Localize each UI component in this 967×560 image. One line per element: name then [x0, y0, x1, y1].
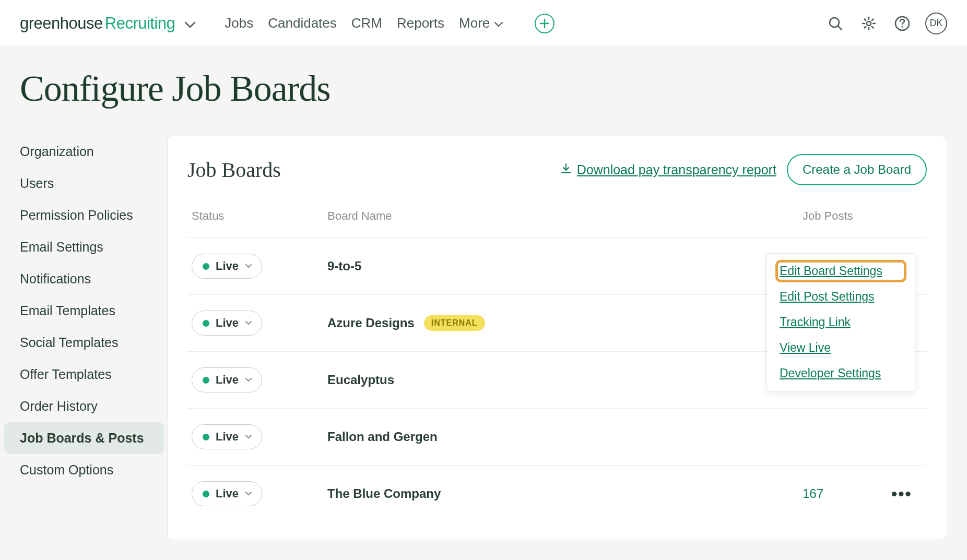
- more-actions-icon[interactable]: •••: [891, 484, 912, 503]
- board-name[interactable]: 9-to-5: [327, 259, 803, 273]
- logo-brand: greenhouse: [20, 14, 103, 33]
- sidebar-item[interactable]: Social Templates: [4, 327, 167, 359]
- logo-product: Recruiting: [105, 14, 175, 33]
- dropdown-item[interactable]: Tracking Link: [780, 315, 902, 329]
- sidebar-item[interactable]: Notifications: [4, 263, 167, 295]
- panel-header: Job Boards Download pay transparency rep…: [187, 154, 927, 185]
- nav-more-label: More: [459, 15, 490, 31]
- nav-reports[interactable]: Reports: [397, 15, 444, 31]
- nav-crm[interactable]: CRM: [351, 15, 382, 31]
- sidebar-item[interactable]: Order History: [4, 390, 167, 422]
- chevron-down-icon: [245, 489, 252, 498]
- search-icon[interactable]: [825, 13, 846, 34]
- create-job-board-button[interactable]: Create a Job Board: [787, 154, 927, 185]
- status-dot-icon: [203, 434, 209, 440]
- panel-actions: Download pay transparency report Create …: [560, 154, 927, 185]
- sidebar-item[interactable]: Offer Templates: [4, 359, 167, 390]
- top-nav: greenhouse Recruiting Jobs Candidates CR…: [0, 0, 967, 47]
- nav-more[interactable]: More: [459, 15, 503, 31]
- download-icon: [560, 162, 572, 177]
- sidebar-item[interactable]: Custom Options: [4, 454, 167, 486]
- chevron-down-icon: [184, 14, 196, 33]
- col-posts: Job Posts: [803, 209, 891, 223]
- status-text: Live: [216, 316, 239, 330]
- status-text: Live: [216, 487, 239, 501]
- board-name[interactable]: Eucalyptus: [327, 373, 803, 387]
- status-text: Live: [216, 259, 239, 273]
- status-text: Live: [216, 373, 239, 387]
- add-button[interactable]: [535, 14, 555, 33]
- nav-jobs[interactable]: Jobs: [225, 15, 253, 31]
- col-status: Status: [192, 209, 327, 223]
- chevron-down-icon: [245, 432, 252, 442]
- svg-point-1: [867, 21, 871, 26]
- sidebar-item[interactable]: Organization: [4, 136, 167, 168]
- status-dot-icon: [203, 491, 209, 497]
- nav-links: Jobs Candidates CRM Reports More: [225, 15, 503, 31]
- dropdown-item[interactable]: View Live: [780, 341, 902, 355]
- avatar[interactable]: DK: [925, 13, 947, 34]
- download-label: Download pay transparency report: [577, 162, 776, 177]
- dropdown-item[interactable]: Developer Settings: [780, 366, 902, 380]
- status-pill[interactable]: Live: [192, 311, 262, 336]
- chevron-down-icon: [245, 261, 252, 271]
- col-name: Board Name: [327, 209, 803, 223]
- status-pill[interactable]: Live: [192, 424, 262, 449]
- chevron-down-icon: [494, 15, 503, 31]
- table-row: LiveThe Blue Company167•••: [187, 465, 927, 522]
- chevron-down-icon: [245, 318, 252, 328]
- status-pill[interactable]: Live: [192, 367, 262, 392]
- status-pill[interactable]: Live: [192, 254, 262, 279]
- table-header: Status Board Name Job Posts: [187, 209, 927, 237]
- logo[interactable]: greenhouse Recruiting: [20, 14, 196, 33]
- panel-title: Job Boards: [187, 158, 281, 182]
- status-pill[interactable]: Live: [192, 481, 262, 506]
- row-actions-dropdown: Edit Board SettingsEdit Post SettingsTra…: [766, 253, 915, 391]
- download-report-link[interactable]: Download pay transparency report: [560, 162, 776, 177]
- sidebar-item[interactable]: Job Boards & Posts: [4, 422, 164, 454]
- sidebar-item[interactable]: Users: [4, 168, 167, 199]
- sidebar-item[interactable]: Email Settings: [4, 231, 167, 263]
- status-text: Live: [216, 430, 239, 444]
- status-dot-icon: [203, 263, 209, 270]
- help-icon[interactable]: [892, 13, 913, 34]
- board-name[interactable]: The Blue Company: [327, 486, 803, 501]
- dropdown-item[interactable]: Edit Board Settings: [780, 264, 902, 278]
- job-posts-count[interactable]: 167: [803, 486, 823, 501]
- sidebar: OrganizationUsersPermission PoliciesEmai…: [0, 136, 167, 540]
- status-dot-icon: [203, 320, 209, 327]
- nav-candidates[interactable]: Candidates: [268, 15, 337, 31]
- dropdown-item[interactable]: Edit Post Settings: [780, 290, 902, 304]
- gear-icon[interactable]: [858, 13, 879, 34]
- svg-point-3: [902, 26, 903, 27]
- page-title: Configure Job Boards: [0, 47, 967, 136]
- internal-badge: INTERNAL: [424, 315, 485, 331]
- board-name[interactable]: Fallon and Gergen: [327, 430, 803, 444]
- board-name[interactable]: Azure DesignsINTERNAL: [327, 315, 803, 331]
- main-panel: Job Boards Download pay transparency rep…: [167, 136, 947, 540]
- nav-right: DK: [825, 13, 947, 34]
- sidebar-item[interactable]: Permission Policies: [4, 199, 167, 231]
- status-dot-icon: [203, 377, 209, 384]
- chevron-down-icon: [245, 375, 252, 385]
- table-row: LiveFallon and Gergen: [187, 408, 927, 465]
- col-actions: [891, 209, 923, 223]
- sidebar-item[interactable]: Email Templates: [4, 295, 167, 327]
